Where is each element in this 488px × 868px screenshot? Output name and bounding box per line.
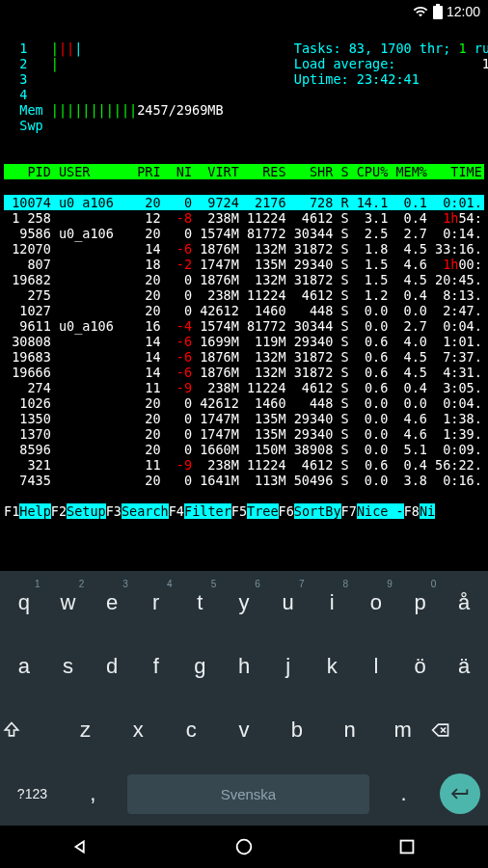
svg-rect-3 bbox=[400, 841, 413, 854]
key-r[interactable]: r4 bbox=[134, 577, 178, 629]
key-g[interactable]: g bbox=[178, 640, 223, 692]
key-v[interactable]: v bbox=[218, 704, 271, 756]
battery-icon bbox=[433, 4, 443, 19]
shift-key[interactable] bbox=[2, 707, 59, 753]
htop-summary: 1 [|||| ] Tasks: 83, 1700 thr; 1 runni 2… bbox=[4, 41, 484, 149]
key-y[interactable]: y6 bbox=[222, 577, 266, 629]
backspace-key[interactable] bbox=[429, 707, 486, 753]
key-m[interactable]: m bbox=[376, 704, 429, 756]
svg-rect-0 bbox=[433, 6, 443, 19]
key-e[interactable]: e3 bbox=[90, 577, 134, 629]
key-h[interactable]: h bbox=[222, 640, 266, 692]
key-u[interactable]: u7 bbox=[266, 577, 311, 629]
key-c[interactable]: c bbox=[165, 704, 218, 756]
key-b[interactable]: b bbox=[270, 704, 323, 756]
key-z[interactable]: z bbox=[59, 704, 112, 756]
key-ö[interactable]: ö bbox=[398, 640, 443, 692]
soft-keyboard: q1w2e3r4t5y6u7i8o9p0å asdfghjklöä zxcvbn… bbox=[0, 571, 488, 826]
keyboard-row-2: asdfghjklöä bbox=[0, 635, 488, 698]
key-w[interactable]: w2 bbox=[46, 577, 91, 629]
symbols-key[interactable]: ?123 bbox=[2, 773, 63, 815]
key-a[interactable]: a bbox=[2, 640, 46, 692]
key-t[interactable]: t5 bbox=[178, 577, 223, 629]
key-n[interactable]: n bbox=[323, 704, 376, 756]
wifi-icon bbox=[412, 4, 429, 19]
keyboard-row-1: q1w2e3r4t5y6u7i8o9p0å bbox=[0, 571, 488, 635]
spacebar[interactable]: Svenska bbox=[127, 774, 369, 814]
enter-key[interactable] bbox=[440, 773, 480, 814]
svg-point-2 bbox=[237, 840, 252, 854]
process-header: PID USER PRI NI VIRT RES SHR S CPU% MEM%… bbox=[4, 164, 484, 179]
terminal[interactable]: 1 [|||| ] Tasks: 83, 1700 thr; 1 runni 2… bbox=[0, 23, 488, 536]
svg-rect-1 bbox=[436, 4, 440, 6]
recents-button[interactable] bbox=[396, 836, 418, 857]
comma-key[interactable]: , bbox=[63, 768, 123, 820]
key-i[interactable]: i8 bbox=[310, 577, 354, 629]
key-l[interactable]: l bbox=[354, 640, 398, 692]
key-j[interactable]: j bbox=[266, 640, 311, 692]
key-f[interactable]: f bbox=[134, 640, 178, 692]
key-x[interactable]: x bbox=[112, 704, 165, 756]
clock: 12:00 bbox=[447, 4, 480, 19]
process-list: 10074 u0_a106 20 0 9724 2176 728 R 14.1 … bbox=[4, 195, 484, 488]
key-d[interactable]: d bbox=[90, 640, 134, 692]
function-keys: F1HelpF2SetupF3SearchF4FilterF5TreeF6Sor… bbox=[4, 503, 484, 519]
key-å[interactable]: å bbox=[442, 577, 486, 629]
period-key[interactable]: . bbox=[373, 768, 434, 820]
keyboard-row-3: zxcvbnm bbox=[0, 698, 488, 762]
keyboard-row-4: ?123 , Svenska . bbox=[0, 762, 488, 826]
key-o[interactable]: o9 bbox=[354, 577, 398, 629]
key-ä[interactable]: ä bbox=[442, 640, 486, 692]
key-k[interactable]: k bbox=[310, 640, 354, 692]
home-button[interactable] bbox=[233, 836, 255, 857]
status-bar: 12:00 bbox=[0, 0, 488, 23]
back-button[interactable] bbox=[70, 836, 92, 857]
key-s[interactable]: s bbox=[46, 640, 91, 692]
key-q[interactable]: q1 bbox=[2, 577, 46, 629]
navigation-bar bbox=[0, 826, 488, 868]
key-p[interactable]: p0 bbox=[398, 577, 443, 629]
